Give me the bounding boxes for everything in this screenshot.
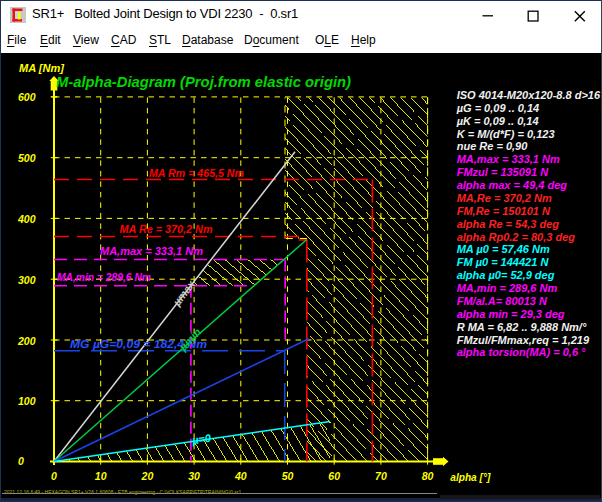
svg-text:0: 0 — [18, 455, 24, 467]
svg-text:µ=0: µ=0 — [190, 432, 212, 447]
svg-text:MA [Nm]: MA [Nm] — [19, 62, 64, 74]
svg-text:500: 500 — [18, 152, 36, 164]
svg-text:FMzul = 135091 N: FMzul = 135091 N — [457, 166, 549, 178]
svg-text:0: 0 — [51, 470, 57, 482]
svg-text:FM µ0 = 144421 N: FM µ0 = 144421 N — [457, 256, 550, 268]
svg-text:MA,max = 333,1 Nm: MA,max = 333,1 Nm — [100, 245, 203, 257]
svg-text:alpha max = 49,4 deg: alpha max = 49,4 deg — [457, 179, 568, 191]
svg-text:400: 400 — [17, 213, 36, 225]
svg-text:30: 30 — [188, 470, 200, 482]
svg-text:MA Re = 370,2 Nm: MA Re = 370,2 Nm — [120, 223, 213, 235]
svg-text:ISO 4014-M20x120-8.8 d>16: ISO 4014-M20x120-8.8 d>16 — [457, 89, 601, 101]
svg-text:40: 40 — [234, 470, 247, 482]
svg-text:MA,Re = 370,2 Nm: MA,Re = 370,2 Nm — [457, 192, 552, 204]
svg-text:nue Re = 0,90: nue Re = 0,90 — [457, 140, 529, 152]
svg-text:alpha Rp0.2 = 80,3 deg: alpha Rp0.2 = 80,3 deg — [457, 231, 576, 243]
svg-text:10: 10 — [95, 470, 107, 482]
svg-text:M-alpha-Diagram (Proj.from ela: M-alpha-Diagram (Proj.from elastic origi… — [56, 73, 351, 90]
svg-text:70: 70 — [375, 470, 387, 482]
svg-text:K = M/(d*F) = 0,123: K = M/(d*F) = 0,123 — [457, 128, 555, 140]
svg-text:FM,Re = 150101 N: FM,Re = 150101 N — [457, 205, 551, 217]
svg-text:80: 80 — [422, 470, 434, 482]
svg-text:alpha Re = 54,3 deg: alpha Re = 54,3 deg — [457, 218, 560, 230]
svg-text:50: 50 — [282, 470, 294, 482]
svg-text:alpha min = 29,3 deg: alpha min = 29,3 deg — [457, 308, 565, 320]
svg-text:20: 20 — [141, 470, 154, 482]
svg-text:alpha torsion(MA) = 0,6 °: alpha torsion(MA) = 0,6 ° — [457, 346, 586, 358]
svg-text:300: 300 — [18, 274, 36, 286]
svg-text:100: 100 — [18, 395, 36, 407]
svg-text:R MA = 6,82 .. 9,888 Nm/°: R MA = 6,82 .. 9,888 Nm/° — [457, 321, 587, 333]
svg-text:µG = 0,09 .. 0,14: µG = 0,09 .. 0,14 — [456, 102, 539, 114]
svg-text:MA,min = 289,6 Nm: MA,min = 289,6 Nm — [457, 282, 558, 294]
svg-text:alpha µ0= 52,9 deg: alpha µ0= 52,9 deg — [457, 269, 555, 281]
svg-text:200: 200 — [17, 335, 36, 347]
svg-text:alpha [°]: alpha [°] — [450, 471, 490, 483]
svg-text:MA µ0 = 57,46 Nm: MA µ0 = 57,46 Nm — [457, 243, 550, 255]
svg-text:µK = 0,09 .. 0,14: µK = 0,09 .. 0,14 — [456, 115, 539, 127]
svg-text:60: 60 — [328, 470, 340, 482]
svg-text:600: 600 — [18, 91, 36, 103]
svg-text:MA Rm = 465,5 Nm: MA Rm = 465,5 Nm — [149, 167, 244, 179]
svg-text:FM/al.A= 80013 N: FM/al.A= 80013 N — [457, 295, 548, 307]
svg-text:MA,max = 333,1 Nm: MA,max = 333,1 Nm — [457, 153, 560, 165]
svg-text:FMzul/FMmax,req = 1,219: FMzul/FMmax,req = 1,219 — [457, 334, 590, 346]
svg-text:MA,min = 289,6 Nm: MA,min = 289,6 Nm — [57, 271, 151, 283]
